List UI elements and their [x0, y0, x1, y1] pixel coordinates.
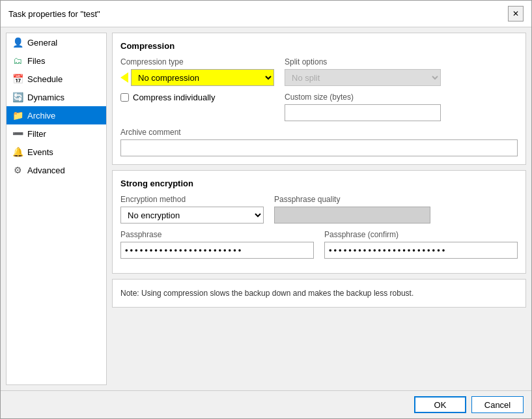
dialog-title: Task properties for "test"	[8, 9, 100, 19]
dialog-footer: OK Cancel	[1, 390, 531, 418]
title-bar: Task properties for "test" ✕	[1, 1, 531, 27]
sidebar-label-dynamics: Dynamics	[27, 93, 64, 102]
sidebar-label-archive: Archive	[27, 111, 55, 121]
sidebar-label-filter: Filter	[27, 129, 46, 139]
compression-type-row: Compression type No compression Zip Tar …	[120, 57, 518, 86]
note-box: Note: Using compression slows the backup…	[112, 279, 526, 308]
encryption-method-row: Encryption method No encryption AES 128 …	[120, 195, 518, 224]
arrow-indicator	[120, 72, 128, 83]
split-options-label: Split options	[285, 57, 441, 66]
passphrase-group: Passphrase	[120, 230, 314, 259]
passphrase-confirm-group: Passphrase (confirm)	[324, 230, 518, 259]
sidebar-item-advanced[interactable]: ⚙ Advanced	[7, 161, 106, 179]
compression-section: Compression Compression type No compress…	[112, 33, 526, 165]
compress-individually-row: Compress individually	[120, 93, 274, 102]
passphrase-row: Passphrase Passphrase (confirm)	[120, 230, 518, 259]
compression-title: Compression	[120, 41, 518, 51]
split-options-group: Split options No split	[285, 57, 441, 86]
sidebar-label-advanced: Advanced	[27, 166, 65, 175]
encryption-method-group: Encryption method No encryption AES 128 …	[120, 195, 264, 224]
sidebar-item-dynamics[interactable]: 🔄 Dynamics	[7, 88, 106, 106]
archive-comment-group: Archive comment Cobian Backup 11 Gravity	[120, 128, 518, 156]
cancel-button[interactable]: Cancel	[471, 396, 524, 413]
custom-size-input[interactable]: 4300000000	[285, 104, 441, 121]
dialog-body: 👤 General 🗂 Files 📅 Schedule 🔄 Dynamics …	[1, 27, 531, 390]
main-content: Compression Compression type No compress…	[112, 33, 526, 385]
compress-individually-label: Compress individually	[133, 93, 215, 102]
archive-icon: 📁	[12, 109, 23, 121]
compress-individually-checkbox[interactable]	[120, 93, 129, 102]
compress-individually-spacer: Compress individually	[120, 93, 274, 109]
events-icon: 🔔	[12, 146, 23, 158]
compression-type-label: Compression type	[120, 57, 274, 66]
sidebar-item-general[interactable]: 👤 General	[7, 33, 106, 51]
passphrase-label: Passphrase	[120, 230, 314, 239]
passphrase-quality-group: Passphrase quality	[274, 195, 430, 224]
custom-size-label: Custom size (bytes)	[285, 93, 441, 102]
compression-type-group: Compression type No compression Zip Tar …	[120, 57, 274, 86]
filter-icon: ➖	[12, 128, 23, 139]
passphrase-confirm-label: Passphrase (confirm)	[324, 230, 518, 239]
files-icon: 🗂	[12, 55, 23, 66]
compression-arrow-wrap: No compression Zip Tar Tar/GZip 7Zip	[120, 69, 274, 86]
archive-comment-input[interactable]: Cobian Backup 11 Gravity	[120, 139, 518, 156]
passphrase-quality-label: Passphrase quality	[274, 195, 430, 204]
sidebar: 👤 General 🗂 Files 📅 Schedule 🔄 Dynamics …	[6, 33, 107, 385]
encryption-method-label: Encryption method	[120, 195, 264, 204]
passphrase-input[interactable]	[120, 242, 314, 259]
split-options-select[interactable]: No split	[285, 69, 441, 86]
task-properties-dialog: Task properties for "test" ✕ 👤 General 🗂…	[0, 0, 532, 419]
close-button[interactable]: ✕	[508, 6, 524, 22]
custom-size-row: Compress individually Custom size (bytes…	[120, 93, 518, 121]
sidebar-item-schedule[interactable]: 📅 Schedule	[7, 70, 106, 88]
sidebar-label-schedule: Schedule	[27, 74, 63, 84]
encryption-section: Strong encryption Encryption method No e…	[112, 170, 526, 274]
schedule-icon: 📅	[12, 73, 23, 85]
passphrase-quality-bar	[274, 207, 430, 224]
sidebar-label-events: Events	[27, 147, 53, 157]
archive-comment-label: Archive comment	[120, 128, 518, 137]
custom-size-group: Custom size (bytes) 4300000000	[285, 93, 441, 121]
dynamics-icon: 🔄	[12, 91, 23, 103]
advanced-icon: ⚙	[12, 164, 23, 176]
sidebar-label-general: General	[27, 38, 57, 48]
ok-button[interactable]: OK	[414, 396, 466, 413]
sidebar-item-filter[interactable]: ➖ Filter	[7, 124, 106, 143]
general-icon: 👤	[12, 36, 23, 48]
passphrase-confirm-input[interactable]	[324, 242, 518, 259]
compression-type-select[interactable]: No compression Zip Tar Tar/GZip 7Zip	[131, 69, 274, 86]
sidebar-item-files[interactable]: 🗂 Files	[7, 51, 106, 70]
sidebar-item-events[interactable]: 🔔 Events	[7, 143, 106, 161]
encryption-title: Strong encryption	[120, 179, 518, 188]
sidebar-label-files: Files	[27, 56, 45, 66]
sidebar-item-archive[interactable]: 📁 Archive	[7, 106, 106, 124]
encryption-method-select[interactable]: No encryption AES 128 bits AES 192 bits …	[120, 207, 264, 224]
note-text: Note: Using compression slows the backup…	[120, 289, 413, 298]
